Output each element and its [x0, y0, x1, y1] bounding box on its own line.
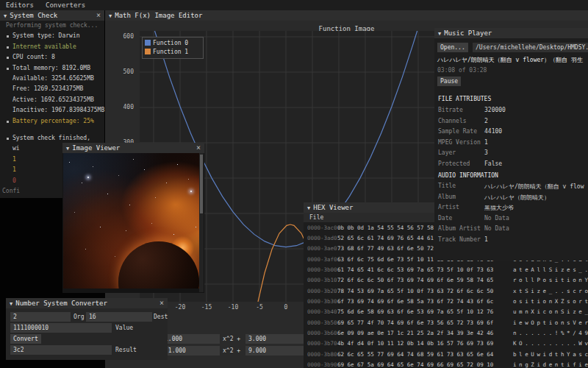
status-line: CPU count: 8 [12, 54, 55, 60]
attr-label: Channels [438, 118, 467, 124]
function-0-op-label: x^2 + [223, 336, 240, 342]
menu-item-converters[interactable]: Converters [46, 0, 85, 10]
result-field[interactable]: 3c2 [10, 345, 112, 355]
attr-label: MPEG Version [438, 139, 481, 146]
x-tick-label: 0 [277, 304, 295, 311]
collapse-icon[interactable]: ▼ [10, 301, 12, 307]
legend-entry[interactable]: Function 0 [145, 39, 201, 48]
bright-star [190, 191, 192, 192]
audio-information-header: AUDIO INFORMATION [438, 172, 498, 179]
attr-label: Bitrate [438, 107, 463, 113]
function-1-op-label: x^2 + [223, 347, 240, 354]
song-title: ハレハレヤ/朗朗晴天（翻自 v flower）（翻自 羽生 [437, 56, 583, 64]
attr-value: No Data [484, 215, 509, 222]
x-tick-label: -5 [251, 304, 268, 311]
window-title: Math F(x) Image Editor [115, 12, 202, 19]
legend-label: Function 0 [153, 40, 188, 46]
attr-label: Album [438, 194, 456, 200]
image-viewer-scrollbar[interactable] [199, 153, 204, 292]
status-line: 0 [12, 177, 16, 184]
value-label: Value [115, 325, 133, 331]
math-editor-titlebar[interactable]: ▼Math F(x) Image Editor [105, 10, 588, 21]
attr-value: 2 [484, 118, 488, 124]
open-button[interactable]: Open... [437, 43, 468, 52]
collapse-icon[interactable]: ▼ [4, 13, 7, 19]
window-number-converter: ▼Number System Converter × 2 Org 16 Dest… [6, 298, 168, 360]
attr-value: 黑猫大少爷 [484, 204, 514, 212]
status-line: Active: 1692.65234375MB [12, 96, 94, 103]
x-tick-label: -20 [171, 304, 189, 311]
status-line: Total memory: 8192.0MB [12, 65, 90, 71]
bullet-icon [7, 46, 9, 49]
window-title: System Check [10, 12, 57, 19]
status-line: 1 [12, 156, 16, 163]
system-check-titlebar[interactable]: ▼System Check × [0, 10, 104, 21]
legend-label: Function 1 [153, 49, 188, 55]
attr-value: 44100 [484, 128, 502, 135]
status-line: Confi [2, 188, 20, 194]
desktop: { "icons": {"collapse": "▼", "close": "×… [0, 0, 588, 368]
converter-titlebar[interactable]: ▼Number System Converter × [6, 298, 168, 308]
bullet-icon [7, 121, 9, 123]
image-viewer-titlebar[interactable]: ▼Image Viewer × [62, 143, 204, 153]
dest-label: Dest [154, 314, 168, 320]
status-line: Free: 1269.5234375MB [12, 85, 83, 92]
window-title: Image Viewer [72, 144, 120, 152]
menu-bar: Editors Converters [0, 0, 588, 10]
close-icon[interactable]: × [159, 298, 164, 308]
status-line: Performing system check... [6, 22, 98, 29]
attr-value: False [484, 160, 502, 167]
scrollbar-thumb[interactable] [200, 155, 203, 213]
close-icon[interactable]: × [96, 10, 101, 20]
convert-button[interactable]: Convert [10, 334, 41, 344]
file-attributes-header: FILE ATTRIBUTES [438, 96, 491, 102]
attr-label: Track Number [438, 236, 481, 243]
attr-value: ハレハレヤ（朗朗晴天） [484, 194, 550, 202]
value-field[interactable]: 1111000010 [10, 323, 112, 333]
bullet-icon [7, 57, 9, 59]
plot-legend[interactable]: Function 0 Function 1 [142, 37, 204, 59]
menu-item-editors[interactable]: Editors [6, 0, 34, 10]
collapse-icon[interactable]: ▼ [66, 146, 69, 152]
window-title: HEX Viewer [313, 204, 353, 211]
collapse-icon[interactable]: ▼ [307, 205, 310, 211]
bullet-icon [7, 35, 9, 38]
nebula-image [63, 153, 204, 289]
status-line: System type: Darwin [12, 32, 80, 39]
y-tick-label: 600 [115, 33, 134, 40]
attr-label: Date [438, 215, 452, 222]
status-line: wi [12, 145, 20, 152]
playback-time: 03:08 of 03:28 [437, 67, 487, 74]
stars-decoration [63, 153, 64, 154]
attr-value: 1 [484, 139, 488, 146]
attr-label: Sample Rate [438, 128, 477, 135]
close-icon[interactable]: × [196, 143, 201, 152]
bright-star [87, 177, 89, 178]
x-tick-label: -15 [198, 304, 215, 311]
music-player-titlebar[interactable]: ▼Music Player [434, 28, 588, 38]
attr-value: 3 [484, 149, 488, 156]
attr-label: Layer [438, 149, 456, 156]
status-line: Battery percentage: 25% [12, 118, 94, 124]
org-label: Org [74, 314, 84, 320]
collapse-icon[interactable]: ▼ [438, 31, 441, 37]
status-line: Available: 3254.65625MB [12, 75, 94, 82]
org-base-field[interactable]: 2 [10, 312, 71, 322]
attr-label: Album Artist [438, 225, 481, 232]
attr-value: 320000 [484, 107, 506, 113]
y-tick-label: 400 [115, 104, 134, 110]
bullet-icon [7, 68, 9, 70]
status-line: System check finished, [12, 135, 90, 141]
legend-entry[interactable]: Function 1 [145, 48, 201, 57]
status-line: Inacitive: 1967.83984375MB [12, 107, 104, 113]
pause-button[interactable]: Pause [437, 77, 461, 86]
collapse-icon[interactable]: ▼ [109, 13, 112, 19]
attr-value: No Data [484, 225, 509, 232]
status-line: 1 [12, 166, 16, 173]
function-1-color-chip [145, 49, 151, 54]
file-path-field[interactable]: /Users/michellehe/Desktop/HMDSY.mp3 [473, 43, 588, 52]
function-0-color-chip [145, 40, 151, 46]
bullet-icon [7, 138, 9, 140]
window-title: Music Player [444, 29, 492, 37]
dest-base-field[interactable]: 16 [86, 312, 152, 322]
